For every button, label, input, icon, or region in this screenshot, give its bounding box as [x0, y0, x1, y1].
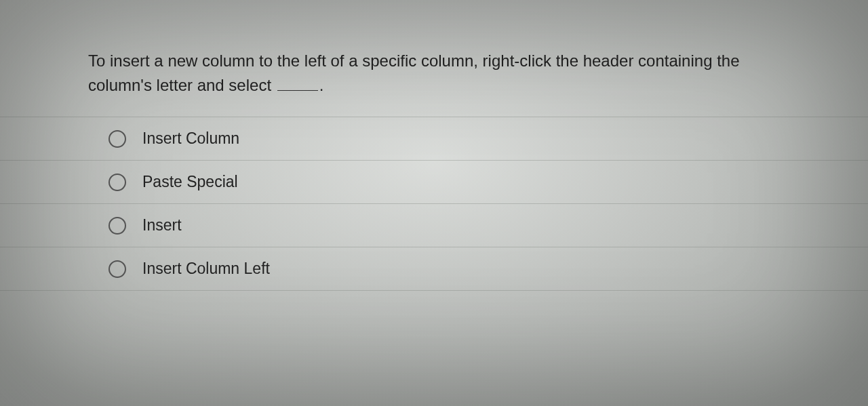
- option-insert[interactable]: Insert: [0, 203, 868, 247]
- option-label: Insert Column Left: [142, 260, 270, 278]
- option-label: Insert Column: [142, 129, 239, 148]
- question-text-before: To insert a new column to the left of a …: [88, 52, 740, 94]
- quiz-question: To insert a new column to the left of a …: [0, 49, 868, 291]
- question-prompt: To insert a new column to the left of a …: [0, 49, 868, 117]
- option-insert-column-left[interactable]: Insert Column Left: [0, 247, 868, 291]
- radio-icon: [108, 130, 126, 148]
- radio-icon: [108, 217, 126, 235]
- options-list: Insert Column Paste Special Insert Inser…: [0, 117, 868, 291]
- option-label: Paste Special: [142, 173, 238, 191]
- fill-blank: [277, 73, 318, 91]
- radio-icon: [108, 174, 126, 191]
- option-insert-column[interactable]: Insert Column: [0, 117, 868, 160]
- option-paste-special[interactable]: Paste Special: [0, 160, 868, 203]
- question-text-after: .: [319, 76, 324, 94]
- option-label: Insert: [142, 216, 182, 235]
- radio-icon: [108, 260, 126, 278]
